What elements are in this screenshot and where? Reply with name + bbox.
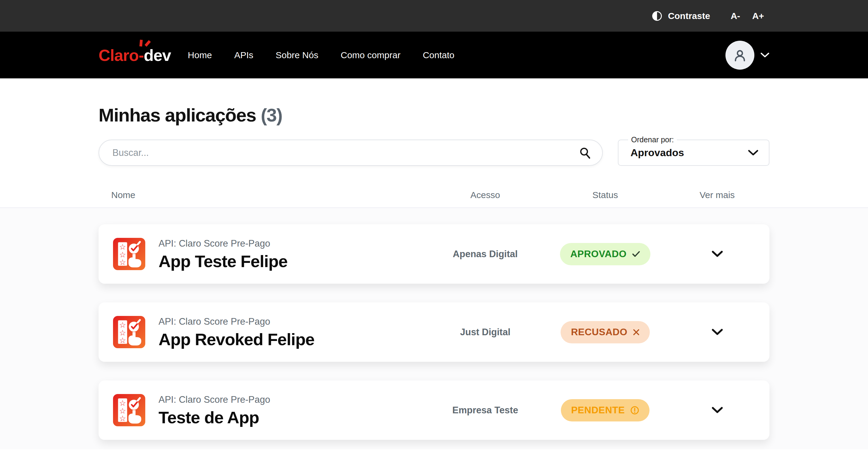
svg-text:☆: ☆: [119, 336, 126, 345]
sort-chevron-down-icon: [748, 150, 758, 156]
nav-item-como-comprar[interactable]: Como comprar: [341, 50, 400, 60]
page-title-text: Minhas aplicações: [98, 104, 256, 125]
avatar: [725, 41, 754, 70]
application-row: ☆ ☆ ☆ API: Claro Score Pre-Pago App Revo…: [98, 302, 770, 362]
expand-row-button[interactable]: [708, 247, 726, 261]
status-badge-approved: APROVADO: [560, 243, 650, 265]
page-title: Minhas aplicações (3): [98, 104, 770, 126]
status-badge-pending: PENDENTE: [561, 399, 650, 421]
account-menu-button[interactable]: [725, 41, 770, 70]
app-api-label: API: Claro Score Pre-Pago: [158, 394, 270, 405]
app-name: App Teste Felipe: [158, 252, 287, 270]
app-rating-icon: ☆ ☆ ☆: [113, 238, 145, 270]
applications-list: ☆ ☆ ☆ API: Claro Score Pre-Pago App Test…: [0, 208, 868, 449]
font-decrease-button[interactable]: A-: [731, 11, 740, 21]
search-input[interactable]: [112, 147, 579, 158]
app-api-label: API: Claro Score Pre-Pago: [158, 238, 287, 249]
claro-dev-logo[interactable]: Claro-dev: [98, 46, 171, 64]
nav-item-apis[interactable]: APIs: [234, 50, 253, 60]
column-header-acesso: Acesso: [425, 190, 546, 200]
column-header-nome: Nome: [98, 190, 425, 200]
expand-row-button[interactable]: [708, 404, 726, 417]
x-icon: [633, 329, 640, 335]
app-name: App Revoked Felipe: [158, 331, 314, 348]
alert-circle-icon: [630, 406, 639, 415]
contrast-toggle-button[interactable]: Contraste: [650, 10, 712, 22]
check-icon: [632, 251, 640, 257]
svg-text:☆: ☆: [119, 258, 126, 267]
search-bar: [98, 140, 603, 166]
logo-sparks-icon: [137, 38, 153, 49]
main-navbar: Claro-dev Home APIs Sobre Nós Como compr…: [0, 32, 868, 79]
search-icon: [579, 147, 591, 159]
accessibility-bar: Contraste A- A+: [0, 0, 868, 32]
chevron-down-icon: [711, 407, 723, 414]
logo-suffix-text: dev: [144, 46, 171, 64]
application-row: ☆ ☆ ☆ API: Claro Score Pre-Pago Teste de…: [98, 381, 770, 440]
app-access-type: Just Digital: [425, 327, 546, 338]
application-row: ☆ ☆ ☆ API: Claro Score Pre-Pago App Test…: [98, 224, 770, 284]
sort-selected-value: Aprovados: [630, 147, 684, 158]
app-access-type: Empresa Teste: [425, 405, 546, 416]
contrast-label: Contraste: [668, 11, 710, 21]
applications-count: (3): [261, 104, 282, 125]
logo-brand-text: Claro: [98, 46, 138, 64]
app-api-label: API: Claro Score Pre-Pago: [158, 316, 314, 327]
font-increase-button[interactable]: A+: [752, 11, 764, 21]
nav-item-sobre-nos[interactable]: Sobre Nós: [276, 50, 318, 60]
app-rating-icon: ☆ ☆ ☆: [113, 394, 145, 426]
account-chevron-down-icon: [761, 53, 770, 58]
svg-text:☆: ☆: [119, 414, 126, 423]
search-button[interactable]: [579, 147, 591, 159]
nav-item-contato[interactable]: Contato: [423, 50, 455, 60]
contrast-icon: [652, 10, 662, 22]
font-size-controls: A- A+: [731, 11, 764, 21]
sort-select[interactable]: Ordenar por: Aprovados: [618, 140, 770, 166]
app-rating-icon: ☆ ☆ ☆: [113, 316, 145, 348]
chevron-down-icon: [711, 250, 723, 258]
nav-item-home[interactable]: Home: [188, 50, 212, 60]
user-icon: [733, 48, 747, 62]
sort-label: Ordenar por:: [628, 136, 677, 144]
app-access-type: Apenas Digital: [425, 249, 546, 260]
column-header-ver-mais: Ver mais: [665, 190, 770, 200]
nav-menu: Home APIs Sobre Nós Como comprar Contato: [188, 50, 455, 60]
column-header-status: Status: [546, 190, 665, 200]
list-controls: Ordenar por: Aprovados: [98, 140, 770, 166]
status-badge-rejected: RECUSADO: [561, 321, 650, 343]
chevron-down-icon: [711, 329, 723, 335]
expand-row-button[interactable]: [708, 326, 726, 338]
applications-page: Minhas aplicações (3) Ordenar por: Aprov…: [98, 104, 770, 200]
table-header-row: Nome Acesso Status Ver mais: [98, 190, 770, 200]
app-name: Teste de App: [158, 409, 270, 426]
